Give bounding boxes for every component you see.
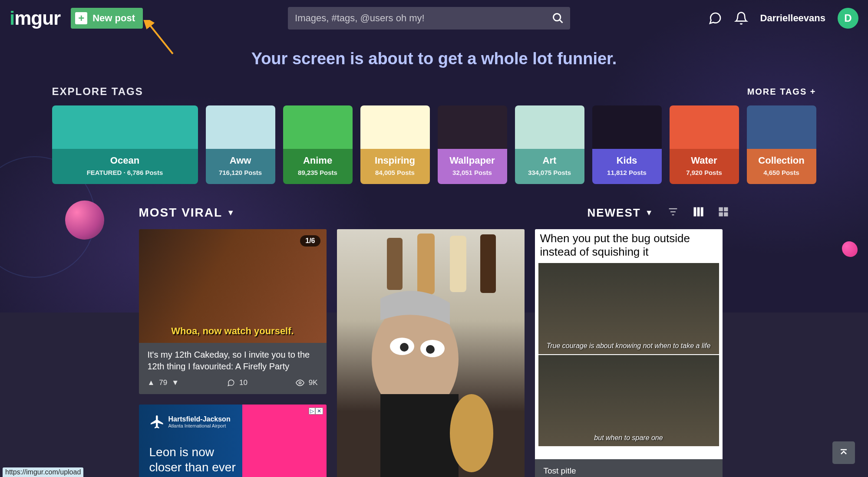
tag-thumb: [52, 105, 198, 149]
upvote-icon[interactable]: ▲: [148, 378, 155, 387]
tag-name: Kids: [596, 155, 658, 166]
chevron-down-icon: ▼: [645, 208, 654, 217]
tag-card-aww[interactable]: Aww716,120 Posts: [206, 105, 275, 184]
tag-name: Aww: [209, 155, 272, 166]
tag-thumb: [283, 105, 353, 149]
svg-rect-11: [719, 212, 723, 216]
tag-thumb: [592, 105, 662, 149]
tag-card-anime[interactable]: Anime89,235 Posts: [283, 105, 353, 184]
chevron-down-icon: ▼: [227, 208, 235, 217]
svg-point-21: [400, 343, 409, 352]
tag-card-kids[interactable]: Kids11,812 Posts: [592, 105, 662, 184]
tag-thumb: [747, 105, 816, 149]
svg-rect-15: [417, 234, 435, 294]
status-bar: https://imgur.com/upload: [3, 467, 83, 477]
svg-point-22: [426, 345, 435, 354]
svg-rect-8: [700, 207, 703, 217]
tag-count: 32,051 Posts: [441, 169, 504, 176]
tag-count: 84,005 Posts: [364, 169, 426, 176]
avatar[interactable]: D: [838, 8, 858, 29]
tag-thumb: [360, 105, 430, 149]
svg-point-24: [450, 394, 493, 472]
search-input[interactable]: [295, 13, 546, 24]
chat-icon[interactable]: [708, 11, 722, 25]
meme-top-text: When you put the bug outside instead of …: [535, 229, 723, 263]
svg-rect-12: [724, 212, 728, 216]
ad-line1: Leon is now: [149, 444, 236, 460]
tag-name: Wallpaper: [441, 155, 504, 166]
tag-count: 89,235 Posts: [287, 169, 349, 176]
svg-rect-9: [719, 207, 723, 211]
svg-rect-17: [480, 234, 496, 293]
plus-icon: +: [75, 12, 87, 24]
explore-tags-heading: EXPLORE TAGS: [52, 86, 143, 98]
search-bar[interactable]: [288, 7, 570, 30]
tag-count: 334,075 Posts: [518, 169, 581, 176]
comment-icon: [227, 379, 235, 387]
tag-thumb: [438, 105, 507, 149]
post-title: It's my 12th Cakeday, so I invite you to…: [148, 349, 318, 372]
post-card[interactable]: 1/6 Whoa, now watch yourself. It's my 12…: [139, 229, 327, 394]
svg-rect-10: [724, 207, 728, 211]
notifications-icon[interactable]: [734, 11, 748, 25]
tag-name: Water: [673, 155, 736, 166]
tag-name: Inspiring: [364, 155, 426, 166]
post-title: Tost pitle: [544, 465, 714, 477]
tagline: Your screen is about to get a whole lot …: [0, 49, 868, 68]
tag-card-inspiring[interactable]: Inspiring84,005 Posts: [360, 105, 430, 184]
meme-mid-text: True courage is about knowing not when t…: [538, 342, 719, 350]
svg-line-2: [560, 20, 563, 23]
tag-thumb: [206, 105, 275, 149]
gallery-count-badge: 1/6: [300, 235, 320, 247]
tag-card-water[interactable]: Water7,920 Posts: [670, 105, 739, 184]
tag-count: 4,650 Posts: [750, 169, 813, 176]
tag-card-wallpaper[interactable]: Wallpaper32,051 Posts: [438, 105, 507, 184]
tag-name: Art: [518, 155, 581, 166]
tag-count: 11,812 Posts: [596, 169, 658, 176]
svg-point-1: [554, 14, 561, 21]
airplane-icon: [149, 414, 165, 430]
svg-rect-14: [387, 238, 403, 290]
tag-card-collection[interactable]: Collection4,650 Posts: [747, 105, 816, 184]
svg-point-13: [299, 382, 301, 384]
sort-secondary[interactable]: NEWEST ▼: [587, 206, 653, 220]
downvote-icon[interactable]: ▼: [172, 378, 179, 387]
upvote-count: 79: [159, 378, 167, 387]
filter-icon[interactable]: [667, 206, 679, 220]
view-waterfall-icon[interactable]: [692, 206, 704, 220]
ad-brand: Hartsfield-Jackson: [168, 415, 231, 423]
scroll-top-button[interactable]: [832, 441, 855, 464]
post-card[interactable]: When you put the bug outside instead of …: [535, 229, 723, 477]
ad-close-icon[interactable]: ✕: [315, 408, 323, 414]
view-count: 9K: [309, 378, 318, 387]
meme-bottom-text: but when to spare one: [538, 434, 719, 442]
svg-rect-16: [450, 236, 466, 292]
svg-rect-7: [697, 207, 700, 217]
tag-card-art[interactable]: Art334,075 Posts: [515, 105, 584, 184]
ad-card[interactable]: ▷✕ Hartsfield-Jackson Atlanta Internatio…: [139, 405, 327, 477]
search-icon[interactable]: [546, 7, 570, 30]
ad-brand-sub: Atlanta International Airport: [168, 423, 231, 428]
tag-name: Anime: [287, 155, 349, 166]
post-card[interactable]: [337, 229, 525, 477]
tag-thumb: [670, 105, 739, 149]
views-icon: [296, 378, 304, 387]
comment-count: 10: [239, 378, 248, 387]
svg-rect-6: [693, 207, 696, 217]
svg-rect-23: [380, 394, 459, 477]
ad-options-icon[interactable]: ▷: [309, 408, 315, 414]
tag-name: Collection: [750, 155, 813, 166]
new-post-label: New post: [92, 13, 135, 24]
logo[interactable]: imgur: [10, 7, 60, 29]
sort-primary[interactable]: MOST VIRAL ▼: [139, 206, 236, 220]
ad-line2: closer than ever: [149, 460, 236, 475]
tag-card-ocean[interactable]: OceanFEATURED · 6,786 Posts: [52, 105, 198, 184]
tag-count: 716,120 Posts: [209, 169, 272, 176]
new-post-button[interactable]: + New post: [71, 8, 143, 29]
more-tags-button[interactable]: MORE TAGS +: [747, 87, 816, 97]
gif-caption: Whoa, now watch yourself.: [139, 326, 327, 337]
view-grid-icon[interactable]: [717, 206, 729, 220]
username[interactable]: Darrielleevans: [760, 13, 825, 24]
tag-name: Ocean: [56, 155, 195, 166]
tag-count: 7,920 Posts: [673, 169, 736, 176]
